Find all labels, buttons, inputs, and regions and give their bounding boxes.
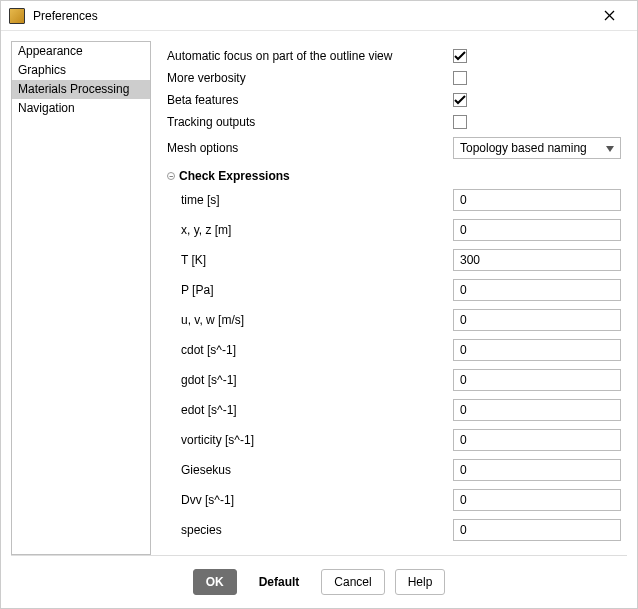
select-value: Topology based naming	[460, 141, 587, 155]
window-title: Preferences	[33, 9, 589, 23]
label-tracking: Tracking outputs	[167, 115, 453, 129]
footer: OK Default Cancel Help	[1, 556, 637, 608]
input-uvw[interactable]	[453, 309, 621, 331]
input-gdot[interactable]	[453, 369, 621, 391]
cancel-button[interactable]: Cancel	[321, 569, 384, 595]
check-icon	[454, 51, 466, 61]
label-gdot: gdot [s^-1]	[167, 373, 453, 387]
label-cdot: cdot [s^-1]	[167, 343, 453, 357]
row-vorticity: vorticity [s^-1]	[167, 425, 621, 455]
row-time: time [s]	[167, 185, 621, 215]
body: Appearance Graphics Materials Processing…	[1, 31, 637, 555]
input-p[interactable]	[453, 279, 621, 301]
input-cdot[interactable]	[453, 339, 621, 361]
app-icon	[9, 8, 25, 24]
close-button[interactable]	[589, 1, 629, 31]
checkbox-tracking[interactable]	[453, 115, 467, 129]
help-button[interactable]: Help	[395, 569, 446, 595]
label-uvw: u, v, w [m/s]	[167, 313, 453, 327]
input-t[interactable]	[453, 249, 621, 271]
label-edot: edot [s^-1]	[167, 403, 453, 417]
label-mesh-options: Mesh options	[167, 141, 453, 155]
input-vorticity[interactable]	[453, 429, 621, 451]
titlebar: Preferences	[1, 1, 637, 31]
sidebar-item-appearance[interactable]: Appearance	[12, 42, 150, 61]
row-auto-focus: Automatic focus on part of the outline v…	[167, 45, 621, 67]
input-giesekus[interactable]	[453, 459, 621, 481]
sidebar-item-label: Graphics	[18, 63, 66, 77]
input-xyz[interactable]	[453, 219, 621, 241]
collapse-icon[interactable]: −	[167, 172, 175, 180]
sidebar-item-navigation[interactable]: Navigation	[12, 99, 150, 118]
sidebar-item-materials-processing[interactable]: Materials Processing	[12, 80, 150, 99]
close-icon	[604, 10, 615, 21]
row-verbosity: More verbosity	[167, 67, 621, 89]
label-verbosity: More verbosity	[167, 71, 453, 85]
label-vorticity: vorticity [s^-1]	[167, 433, 453, 447]
svg-marker-2	[606, 146, 614, 152]
sidebar-item-label: Materials Processing	[18, 82, 129, 96]
row-giesekus: Giesekus	[167, 455, 621, 485]
ok-button[interactable]: OK	[193, 569, 237, 595]
label-beta: Beta features	[167, 93, 453, 107]
row-p: P [Pa]	[167, 275, 621, 305]
check-icon	[454, 95, 466, 105]
row-cdot: cdot [s^-1]	[167, 335, 621, 365]
checkbox-auto-focus[interactable]	[453, 49, 467, 63]
section-title: Check Expressions	[179, 169, 290, 183]
row-dvv: Dvv [s^-1]	[167, 485, 621, 515]
content-panel: Automatic focus on part of the outline v…	[161, 41, 627, 555]
select-mesh-options[interactable]: Topology based naming	[453, 137, 621, 159]
sidebar-item-label: Appearance	[18, 44, 83, 58]
checkbox-beta[interactable]	[453, 93, 467, 107]
label-time: time [s]	[167, 193, 453, 207]
input-edot[interactable]	[453, 399, 621, 421]
label-species: species	[167, 523, 453, 537]
label-t: T [K]	[167, 253, 453, 267]
row-t: T [K]	[167, 245, 621, 275]
label-giesekus: Giesekus	[167, 463, 453, 477]
label-dvv: Dvv [s^-1]	[167, 493, 453, 507]
checkbox-verbosity[interactable]	[453, 71, 467, 85]
input-dvv[interactable]	[453, 489, 621, 511]
row-gdot: gdot [s^-1]	[167, 365, 621, 395]
row-edot: edot [s^-1]	[167, 395, 621, 425]
input-time[interactable]	[453, 189, 621, 211]
row-xyz: x, y, z [m]	[167, 215, 621, 245]
chevron-down-icon	[606, 141, 614, 155]
default-button[interactable]: Default	[247, 569, 312, 595]
label-xyz: x, y, z [m]	[167, 223, 453, 237]
row-uvw: u, v, w [m/s]	[167, 305, 621, 335]
row-beta: Beta features	[167, 89, 621, 111]
section-check-expressions: − Check Expressions	[167, 163, 621, 185]
row-tracking: Tracking outputs	[167, 111, 621, 133]
label-auto-focus: Automatic focus on part of the outline v…	[167, 49, 453, 63]
row-mesh-options: Mesh options Topology based naming	[167, 133, 621, 163]
row-species: species	[167, 515, 621, 545]
sidebar: Appearance Graphics Materials Processing…	[11, 41, 151, 555]
input-species[interactable]	[453, 519, 621, 541]
label-p: P [Pa]	[167, 283, 453, 297]
sidebar-item-label: Navigation	[18, 101, 75, 115]
sidebar-item-graphics[interactable]: Graphics	[12, 61, 150, 80]
preferences-window: Preferences Appearance Graphics Material…	[0, 0, 638, 609]
